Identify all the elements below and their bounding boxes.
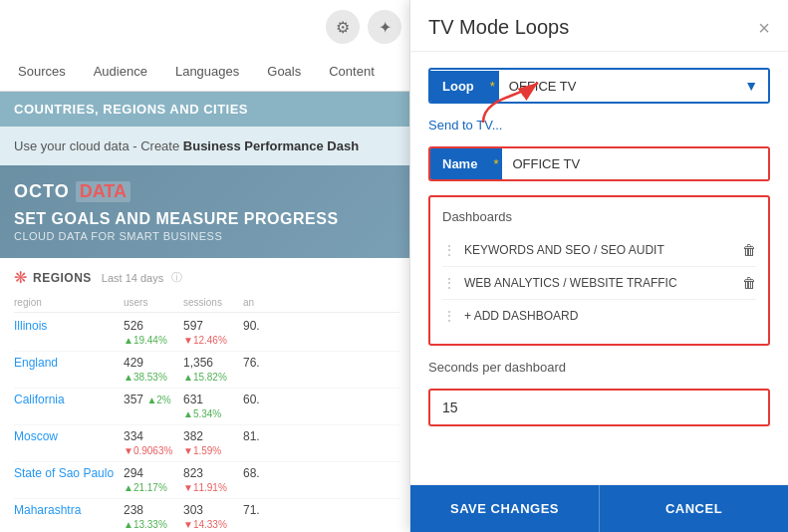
dashboard-left: ⋮ WEB ANALYTICS / WEBSITE TRAFFIC xyxy=(442,275,677,291)
drag-icon-placeholder: ⋮ xyxy=(442,308,456,324)
col-sessions: sessions xyxy=(183,297,243,308)
dashboard-name: WEB ANALYTICS / WEBSITE TRAFFIC xyxy=(464,276,677,290)
col-an: an xyxy=(243,297,283,308)
chevron-down-icon[interactable]: ▼ xyxy=(734,70,768,102)
table-row: State of Sao Paulo 294 ▲21.17% 823 ▼11.9… xyxy=(14,462,399,499)
add-dashboard-label[interactable]: + ADD DASHBOARD xyxy=(464,309,578,323)
send-to-label: Send to xyxy=(428,118,473,133)
modal-title: TV Mode Loops xyxy=(428,16,569,39)
dashboard-name: KEYWORDS AND SEO / SEO AUDIT xyxy=(464,243,664,257)
tab-goals[interactable]: Goals xyxy=(253,54,315,91)
drag-icon[interactable]: ⋮ xyxy=(442,242,456,258)
regions-info-icon: ⓘ xyxy=(171,270,182,285)
modal-body: Loop * OFFICE TV ▼ Send to TV... Name xyxy=(410,52,788,484)
sessions-val: 823 ▼11.91% xyxy=(183,466,243,494)
delete-icon[interactable]: 🗑 xyxy=(742,242,756,258)
region-name: State of Sao Paulo xyxy=(14,466,124,494)
promo-sub: CLOUD DATA FOR SMART BUSINESS xyxy=(14,230,399,242)
last-val: 60. xyxy=(243,393,283,420)
name-required-star: * xyxy=(489,148,502,179)
cloud-data-bar: Use your cloud data - Create Business Pe… xyxy=(0,127,413,165)
table-row: Illinois 526 ▲19.44% 597 ▼12.46% 90. xyxy=(14,315,399,352)
regions-icon: ❋ xyxy=(14,268,27,287)
promo-card: OCTO DATA SET GOALS AND MEASURE PROGRESS… xyxy=(0,165,413,258)
seconds-section: Seconds per dashboard xyxy=(428,360,770,375)
delete-icon[interactable]: 🗑 xyxy=(742,275,756,291)
last-val: 71. xyxy=(243,503,283,531)
close-icon[interactable]: × xyxy=(758,18,770,38)
sessions-val: 303 ▼14.33% xyxy=(183,503,243,531)
users-val: 334 ▼0.9063% xyxy=(124,429,183,457)
sparkle-icon[interactable]: ✦ xyxy=(368,10,401,44)
dashboard-left: ⋮ KEYWORDS AND SEO / SEO AUDIT xyxy=(442,242,664,258)
dashboards-title: Dashboards xyxy=(442,209,756,224)
regions-section: ❋ REGIONS Last 14 days ⓘ region users se… xyxy=(0,258,413,532)
nav-tabs: Sources Audience Languages Goals Content xyxy=(0,54,413,92)
cancel-button[interactable]: CANCEL xyxy=(599,485,788,532)
add-dashboard-button[interactable]: ⋮ + ADD DASHBOARD xyxy=(442,300,756,332)
tab-sources[interactable]: Sources xyxy=(4,54,80,91)
users-val: 294 ▲21.17% xyxy=(124,466,183,494)
dashboard-item: ⋮ WEB ANALYTICS / WEBSITE TRAFFIC 🗑 xyxy=(442,267,756,300)
tab-audience[interactable]: Audience xyxy=(80,54,161,91)
col-users: users xyxy=(124,297,183,308)
promo-data: DATA xyxy=(76,181,131,202)
top-icons-bar: ⚙ ✦ xyxy=(0,0,413,54)
red-arrow-indicator xyxy=(478,78,548,128)
modal-header: TV Mode Loops × xyxy=(410,0,788,52)
promo-octo: OCTO xyxy=(14,181,70,202)
drag-icon[interactable]: ⋮ xyxy=(442,275,456,291)
dashboard-item: ⋮ KEYWORDS AND SEO / SEO AUDIT 🗑 xyxy=(442,234,756,267)
dashboards-box: Dashboards ⋮ KEYWORDS AND SEO / SEO AUDI… xyxy=(428,195,770,346)
table-header: region users sessions an xyxy=(14,293,399,313)
modal-footer: SAVE CHANGES CANCEL xyxy=(410,484,788,532)
tab-content[interactable]: Content xyxy=(315,54,389,91)
users-val: 357 ▲2% xyxy=(124,393,183,420)
region-name: Illinois xyxy=(14,319,124,347)
region-name: California xyxy=(14,393,124,420)
col-region: region xyxy=(14,297,124,308)
table-row: Maharashtra 238 ▲13.33% 303 ▼14.33% 71. xyxy=(14,499,399,532)
sessions-val: 382 ▼1.59% xyxy=(183,429,243,457)
last-val: 90. xyxy=(243,319,283,347)
last-val: 81. xyxy=(243,429,283,457)
tab-languages[interactable]: Languages xyxy=(161,54,253,91)
section-header: COUNTRIES, REGIONS AND CITIES xyxy=(0,92,413,127)
left-panel: ⚙ ✦ Sources Audience Languages Goals Con… xyxy=(0,0,413,532)
promo-label: OCTO DATA xyxy=(14,181,399,202)
region-name: England xyxy=(14,356,124,384)
settings-icon[interactable]: ⚙ xyxy=(326,10,360,44)
table-row: Moscow 334 ▼0.9063% 382 ▼1.59% 81. xyxy=(14,425,399,462)
name-input[interactable] xyxy=(502,148,768,179)
sessions-val: 1,356 ▲15.82% xyxy=(183,356,243,384)
regions-sub: Last 14 days xyxy=(102,272,163,284)
send-to-link: Send to TV... xyxy=(428,118,770,133)
seconds-input-box xyxy=(428,389,770,426)
regions-header: ❋ REGIONS Last 14 days ⓘ xyxy=(14,268,399,287)
promo-title: SET GOALS AND MEASURE PROGRESS xyxy=(14,210,399,228)
sessions-val: 631 ▲5.34% xyxy=(183,393,243,420)
table-row: California 357 ▲2% 631 ▲5.34% 60. xyxy=(14,389,399,425)
table-row: England 429 ▲38.53% 1,356 ▲15.82% 76. xyxy=(14,352,399,389)
save-changes-button[interactable]: SAVE CHANGES xyxy=(410,485,599,532)
users-val: 526 ▲19.44% xyxy=(124,319,183,347)
regions-title: REGIONS xyxy=(33,271,92,285)
cloud-data-bold: Business Performance Dash xyxy=(183,138,359,153)
last-val: 68. xyxy=(243,466,283,494)
region-name: Moscow xyxy=(14,429,124,457)
seconds-input[interactable] xyxy=(442,399,756,415)
region-name: Maharashtra xyxy=(14,503,124,531)
cloud-data-text: Use your cloud data - Create xyxy=(14,138,183,153)
tv-mode-modal: TV Mode Loops × Loop * OFFICE TV ▼ Send … xyxy=(409,0,788,532)
name-label: Name xyxy=(430,148,489,179)
users-val: 238 ▲13.33% xyxy=(124,503,183,531)
seconds-label: Seconds per dashboard xyxy=(428,360,770,375)
users-val: 429 ▲38.53% xyxy=(124,356,183,384)
name-row: Name * xyxy=(428,146,770,181)
sessions-val: 597 ▼12.46% xyxy=(183,319,243,347)
last-val: 76. xyxy=(243,356,283,384)
